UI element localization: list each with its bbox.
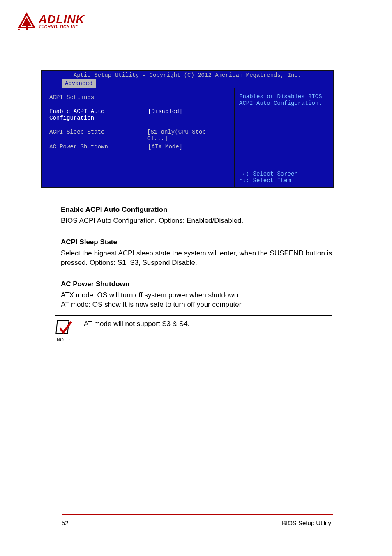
bios-row-value: [Disabled] (148, 108, 182, 121)
note-block: NOTE: AT mode will not support S3 & S4. (55, 315, 332, 357)
bios-row-label: AC Power Shutdown (49, 144, 148, 150)
logo-title: ADLINK (39, 14, 85, 25)
bios-tab-advanced: Advanced (62, 79, 96, 88)
note-checkmark-icon (55, 319, 72, 336)
bios-row: Enable ACPI Auto Configuration [Disabled… (49, 108, 229, 121)
svg-point-4 (18, 29, 20, 30)
bios-row-label: Enable ACPI Auto Configuration (49, 108, 148, 121)
section-heading: ACPI Sleep State (61, 238, 332, 246)
section-text: ATX mode: OS will turn off system power … (61, 291, 332, 310)
company-logo: ADLINK TECHNOLOGY INC. (17, 12, 85, 31)
bios-row: ACPI Sleep State [S1 only(CPU Stop Cl...… (49, 129, 229, 142)
bios-row-value: [ATX Mode] (148, 144, 182, 150)
bios-settings-panel: ACPI Settings Enable ACPI Auto Configura… (42, 88, 234, 187)
bios-key-hint: →←: Select Screen (239, 171, 329, 177)
note-label: NOTE: (57, 337, 71, 342)
bios-screenshot: Aptio Setup Utility – Copyright (C) 2012… (41, 70, 334, 188)
page-number: 52 (62, 519, 69, 526)
svg-rect-3 (26, 26, 28, 30)
bios-row-label: ACPI Sleep State (49, 129, 147, 142)
bios-key-hints: →←: Select Screen ↑↓: Select Item (239, 170, 329, 184)
section-heading: Enable ACPI Auto Configuration (61, 206, 332, 214)
section-text: BIOS ACPI Auto Configuration. Options: E… (61, 216, 332, 226)
logo-subtitle: TECHNOLOGY INC. (39, 25, 85, 29)
bios-key-hint: ↑↓: Select Item (239, 177, 329, 184)
footer-divider (62, 514, 333, 515)
adlink-logo-icon (17, 12, 36, 31)
bios-row: AC Power Shutdown [ATX Mode] (49, 144, 229, 150)
document-body: Enable ACPI Auto Configuration BIOS ACPI… (61, 206, 332, 357)
note-text: AT mode will not support S3 & S4. (84, 319, 189, 328)
section-heading: AC Power Shutdown (61, 280, 332, 288)
bios-help-panel: Enables or Disables BIOS ACPI Auto Confi… (234, 88, 333, 187)
bios-row-value: [S1 only(CPU Stop Cl...] (147, 129, 229, 142)
bios-help-text: Enables or Disables BIOS ACPI Auto Confi… (239, 93, 329, 107)
footer-title: BIOS Setup Utility (282, 519, 331, 526)
bios-section-title: ACPI Settings (49, 94, 148, 101)
section-text: Select the highest ACPI sleep state the … (61, 249, 332, 268)
bios-header: Aptio Setup Utility – Copyright (C) 2012… (42, 71, 333, 79)
